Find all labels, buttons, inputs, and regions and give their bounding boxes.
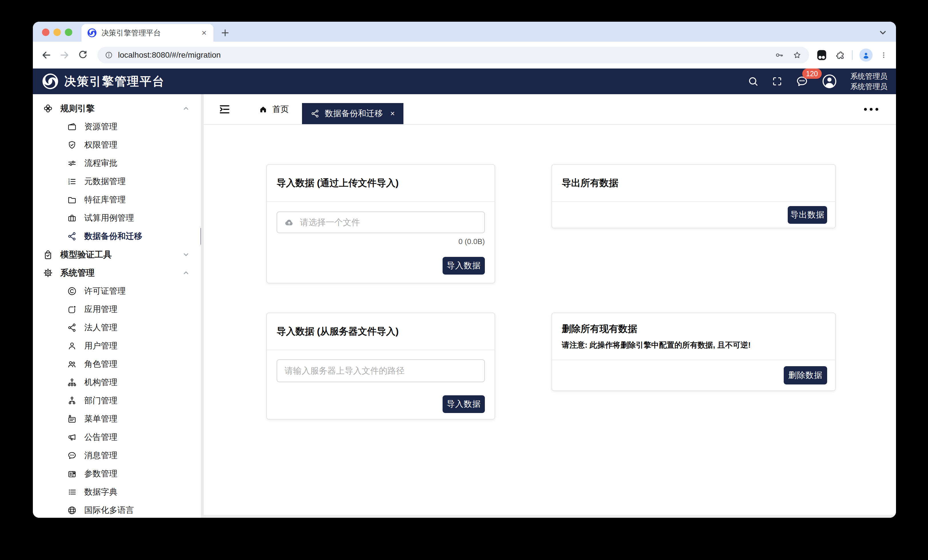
card-delete-all: 删除所有现有数据 请注意: 此操作将删除引擎中配置的所有数据, 且不可逆! 删除…: [551, 312, 836, 391]
menucard-icon: [67, 414, 77, 424]
message-count-badge: 120: [802, 68, 822, 79]
sidebar-item-app-management[interactable]: 应用管理: [33, 300, 204, 318]
sidebar-scrollbar-track[interactable]: [201, 94, 204, 518]
fullscreen-icon[interactable]: [771, 76, 783, 87]
delete-data-button[interactable]: 删除数据: [784, 366, 827, 385]
sidebar-label: 消息管理: [84, 450, 118, 461]
zoom-window-button[interactable]: [65, 29, 72, 36]
share-icon: [67, 231, 77, 241]
browser-tab[interactable]: 决策引擎管理平台 ×: [81, 24, 214, 42]
messages-button[interactable]: 120: [795, 75, 809, 88]
extensions-puzzle-icon[interactable]: [835, 50, 845, 60]
sidebar-group-rule-engine[interactable]: 规则引擎: [33, 99, 204, 117]
card-import-server: 导入数据 (从服务器文件导入) 请输入服务器上导入文件的路径 导入数据: [266, 312, 495, 420]
extension-box-icon[interactable]: [815, 48, 828, 62]
page-tab-bar: 首页 数据备份和迁移 ×: [204, 94, 896, 125]
wallet-icon: [67, 122, 77, 132]
screenshot-canvas: 决策引擎管理平台 × localhost:8080/#/re/migration: [0, 0, 928, 560]
bookmark-star-icon[interactable]: [792, 50, 802, 60]
app-header: 决策引擎管理平台 120 系统管理员 系统管理员: [33, 68, 896, 94]
sidebar-item-role-management[interactable]: 角色管理: [33, 355, 204, 373]
globe-icon: [67, 505, 77, 515]
user-avatar-icon[interactable]: [821, 73, 838, 90]
address-bar[interactable]: localhost:8080/#/re/migration: [98, 47, 809, 63]
paramcard-icon: [67, 469, 77, 479]
sidebar-label: 公告管理: [84, 432, 118, 443]
megaphone-icon: [67, 432, 77, 442]
close-window-button[interactable]: [42, 29, 49, 36]
file-picker-input[interactable]: 请选择一个文件: [276, 212, 485, 233]
import-data-button[interactable]: 导入数据: [443, 257, 485, 275]
browser-window: 决策引擎管理平台 × localhost:8080/#/re/migration: [33, 22, 896, 518]
sidebar-label: 模型验证工具: [60, 249, 112, 260]
sidebar-item-announcement-management[interactable]: 公告管理: [33, 428, 204, 446]
chevron-down-icon: [182, 251, 190, 259]
browser-menu-kebab-icon[interactable]: [879, 51, 888, 59]
page-content: 导入数据 (通过上传文件导入) 请选择一个文件 0 (0.0B) 导入数据 导出…: [204, 125, 896, 515]
sidebar-item-process-approval[interactable]: 流程审批: [33, 154, 204, 172]
sidebar-item-license-management[interactable]: 许可证管理: [33, 282, 204, 300]
clover-icon: [43, 103, 53, 114]
sidebar-item-organization-management[interactable]: 机构管理: [33, 373, 204, 392]
import-server-data-button[interactable]: 导入数据: [443, 395, 485, 413]
back-button[interactable]: [41, 50, 52, 61]
site-info-icon[interactable]: [105, 51, 113, 59]
sidebar-item-data-backup-migration[interactable]: 数据备份和迁移: [33, 227, 204, 245]
sidebar-item-menu-management[interactable]: 菜单管理: [33, 410, 204, 428]
export-data-button[interactable]: 导出数据: [788, 206, 827, 224]
share-icon: [67, 323, 77, 333]
sidebar-item-trial-case-management[interactable]: 试算用例管理: [33, 209, 204, 227]
sidebar-item-feature-library[interactable]: 特征库管理: [33, 191, 204, 209]
server-path-input[interactable]: 请输入服务器上导入文件的路径: [276, 359, 485, 382]
user-icon: [67, 341, 77, 351]
sidebar-item-i18n-languages[interactable]: 国际化多语言: [33, 501, 204, 518]
sidebar-item-user-management[interactable]: 用户管理: [33, 337, 204, 355]
sidebar-label: 角色管理: [84, 359, 118, 370]
horizontal-scrollbar-track[interactable]: [204, 515, 896, 518]
sidebar-item-resource-management[interactable]: 资源管理: [33, 117, 204, 136]
main-area: 首页 数据备份和迁移 × 导入数据 (通过上传文件导入): [204, 94, 896, 518]
collapse-sidebar-icon[interactable]: [218, 103, 231, 116]
sidebar-item-message-management[interactable]: 消息管理: [33, 446, 204, 465]
sidebar-label: 数据备份和迁移: [84, 231, 142, 242]
sidebar-item-legal-entity-management[interactable]: 法人管理: [33, 318, 204, 337]
tab-data-backup-migration[interactable]: 数据备份和迁移 ×: [302, 103, 403, 124]
search-icon[interactable]: [748, 76, 759, 87]
toolbar-right-icons: [813, 48, 888, 62]
user-info[interactable]: 系统管理员 系统管理员: [850, 71, 887, 91]
new-tab-button[interactable]: [220, 28, 230, 38]
tab-close-icon[interactable]: ×: [200, 29, 208, 37]
sidebar-label: 机构管理: [84, 377, 118, 388]
card-title: 导入数据 (通过上传文件导入): [276, 177, 485, 190]
tab-search-chevron-icon[interactable]: [878, 27, 888, 38]
sidebar-item-permission-management[interactable]: 权限管理: [33, 136, 204, 154]
sidebar-item-department-management[interactable]: 部门管理: [33, 392, 204, 410]
tab-options-more-icon[interactable]: [864, 108, 878, 111]
chatdots-icon: [67, 451, 77, 460]
sidebar-label: 部门管理: [84, 395, 118, 406]
sidebar-item-parameter-management[interactable]: 参数管理: [33, 465, 204, 483]
sidebar-menu: 规则引擎资源管理权限管理流程审批元数据管理特征库管理试算用例管理数据备份和迁移模…: [33, 99, 204, 518]
home-icon: [259, 105, 268, 114]
sidebar: 规则引擎资源管理权限管理流程审批元数据管理特征库管理试算用例管理数据备份和迁移模…: [33, 94, 204, 518]
user-role: 系统管理员: [850, 81, 887, 91]
browser-profile-avatar[interactable]: [859, 49, 873, 62]
tab-home[interactable]: 首页: [259, 103, 289, 115]
sidebar-item-metadata-management[interactable]: 元数据管理: [33, 172, 204, 191]
toolbar-separator: [852, 50, 853, 60]
bagcheck-icon: [43, 249, 53, 260]
logo-swirl-icon: [41, 73, 59, 90]
sidebar-group-system-management[interactable]: 系统管理: [33, 264, 204, 282]
forward-button[interactable]: [59, 50, 70, 61]
server-path-placeholder: 请输入服务器上导入文件的路径: [285, 365, 404, 377]
minimize-window-button[interactable]: [53, 29, 61, 36]
password-key-icon[interactable]: [775, 50, 784, 60]
sidebar-group-model-validation-tools[interactable]: 模型验证工具: [33, 245, 204, 264]
close-tab-icon[interactable]: ×: [390, 109, 395, 118]
reload-button[interactable]: [78, 50, 88, 61]
user-name: 系统管理员: [850, 71, 887, 81]
sidebar-item-data-dictionary[interactable]: 数据字典: [33, 483, 204, 501]
file-picker-placeholder: 请选择一个文件: [300, 217, 360, 228]
sidebar-label: 资源管理: [84, 121, 118, 132]
sidebar-label: 用户管理: [84, 340, 118, 352]
